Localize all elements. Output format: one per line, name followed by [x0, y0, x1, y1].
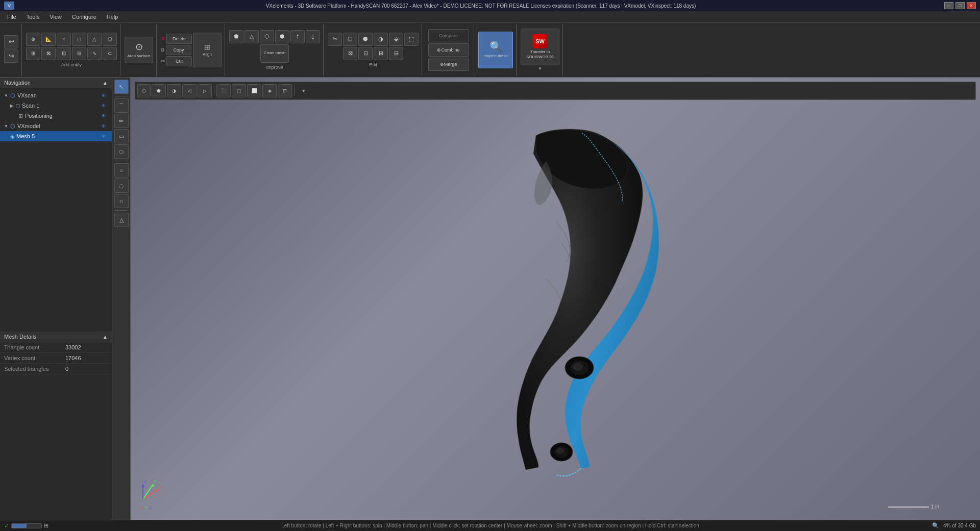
add-entity-btn8[interactable]: ⊠	[41, 47, 56, 60]
viewport[interactable]: ↖ ⌒ ✏ ▭ ⬭ ○ ◌ ∩ △ ⬡ ⬟ ◑ ◁ ▷ ⬛ ⬚ ⬜ ◈ ⊟	[112, 78, 980, 520]
axes-indicator: X Y Z X Y Z	[138, 474, 168, 504]
main-container: Navigation ▲ ▼ ⬡ VXscan 👁 ▶ ◻ Scan 1 👁	[0, 78, 980, 520]
edit-btn4[interactable]: ◑	[374, 33, 388, 46]
maximize-button[interactable]: □	[955, 2, 965, 9]
edit-btn10[interactable]: ⊟	[389, 47, 403, 60]
toolbar-group-improve: ⬟ △ ⬡ ⬢ ⭡ ⭣ Clean mesh Improve	[226, 23, 324, 76]
add-entity-btn7[interactable]: ⊞	[26, 47, 40, 60]
scale-bar: 1 in	[888, 504, 939, 510]
add-entity-btn5[interactable]: △	[87, 33, 102, 46]
improve-btn6[interactable]: ⭣	[306, 30, 320, 43]
rectangle-select-button[interactable]: ▭	[114, 129, 129, 143]
view-perspective-button[interactable]: ⬡	[137, 84, 151, 97]
menu-configure[interactable]: Configure	[67, 13, 102, 21]
edit-btn6[interactable]: ⬚	[404, 33, 419, 46]
select-tool-button[interactable]: ↖	[114, 80, 129, 94]
titlebar: V VXelements - 3D Software Platform - Ha…	[0, 0, 980, 11]
edit-btn9[interactable]: ⊞	[374, 47, 388, 60]
improve-btn3[interactable]: ⬡	[260, 30, 274, 43]
scan1-item[interactable]: ▶ ◻ Scan 1 👁	[0, 100, 112, 111]
add-entity-btn2[interactable]: 📐	[41, 33, 56, 46]
x-axis-label: X	[140, 505, 142, 510]
edit-btn3[interactable]: ⬢	[358, 33, 373, 46]
mesh-details-header[interactable]: Mesh Details ▲	[0, 332, 112, 342]
clean-mesh-button[interactable]: Clean mesh	[260, 44, 289, 63]
edit-btn1[interactable]: ✂	[328, 33, 342, 46]
mesh5-item[interactable]: ◈ Mesh 5 👁	[0, 131, 112, 141]
transfer-dropdown-arrow[interactable]: ▼	[538, 66, 542, 71]
copy-button[interactable]: Copy	[166, 45, 191, 55]
selection-mode-5-button[interactable]: ⊟	[278, 84, 292, 97]
menubar: File Tools View Configure Help	[0, 11, 980, 22]
improve-btn4[interactable]: ⬢	[275, 30, 289, 43]
add-entity-btn6[interactable]: ⬡	[103, 33, 117, 46]
viewport-toolbar-dropdown[interactable]: ▼	[297, 84, 311, 97]
edit-btn7[interactable]: ⊠	[343, 47, 357, 60]
menu-file[interactable]: File	[2, 13, 21, 21]
positioning-item[interactable]: ⊞ Positioning 👁	[0, 111, 112, 121]
triangle-tool-button[interactable]: △	[114, 213, 129, 227]
menu-tools[interactable]: Tools	[21, 13, 45, 21]
toolbar-group-inspect-mesh: 🔍 Inspect mesh	[475, 23, 517, 76]
view-mode-button[interactable]: ◑	[167, 84, 181, 97]
view-right-button[interactable]: ▷	[198, 84, 212, 97]
improve-btn2[interactable]: △	[244, 30, 259, 43]
add-entity-btn12[interactable]: ⊂	[103, 47, 117, 60]
lasso-tool-button[interactable]: ⌒	[114, 98, 129, 113]
merge-icon: ⊗	[440, 62, 444, 67]
compare-button[interactable]: Compare	[428, 29, 469, 42]
add-entity-btn4[interactable]: ◻	[72, 33, 86, 46]
circle-tool-button[interactable]: ○	[114, 163, 129, 178]
cut-icon: ✂	[161, 58, 165, 64]
view-style-button[interactable]: ⬟	[152, 84, 166, 97]
auto-surface-button[interactable]: ⊙ Auto surface	[125, 37, 153, 63]
transfer-solidworks-label: Transfer to SOLIDWORKS	[521, 49, 559, 60]
selection-mode-4-button[interactable]: ◈	[262, 84, 277, 97]
dimension-tool-button[interactable]: ◌	[114, 179, 129, 193]
edit-btn8[interactable]: ⊡	[358, 47, 373, 60]
selection-mode-2-button[interactable]: ⬚	[232, 84, 246, 97]
mesh5-label: Mesh 5	[16, 133, 35, 139]
inspect-mesh-button[interactable]: 🔍 Inspect mesh	[478, 32, 513, 68]
selection-mode-3-button[interactable]: ⬜	[247, 84, 261, 97]
menu-view[interactable]: View	[44, 13, 67, 21]
add-entity-btn11[interactable]: ∿	[87, 47, 102, 60]
improve-btn1[interactable]: ⬟	[229, 30, 243, 43]
improve-btn5[interactable]: ⭡	[290, 30, 305, 43]
add-entity-btn10[interactable]: ⊟	[72, 47, 86, 60]
brush-tool-button[interactable]: ✏	[114, 114, 129, 128]
menu-help[interactable]: Help	[102, 13, 124, 21]
undo-button[interactable]: ↩	[4, 35, 18, 48]
vxmodel-item[interactable]: ▼ ⬡ VXmodel 👁	[0, 121, 112, 131]
selection-mode-1-button[interactable]: ⬛	[216, 84, 231, 97]
align-button[interactable]: ⊞ Align	[193, 33, 222, 67]
titlebar-title: VXelements - 3D Software Platform - Hand…	[17, 3, 944, 9]
vxmodel-chevron: ▼	[4, 124, 8, 129]
titlebar-controls: ─ □ ✕	[944, 2, 976, 9]
add-entity-btn1[interactable]: ⊕	[26, 33, 40, 46]
vxscan-icon: ⬡	[10, 92, 15, 99]
redo-button[interactable]: ↪	[4, 49, 18, 63]
vxscan-item[interactable]: ▼ ⬡ VXscan 👁	[0, 90, 112, 100]
delete-button[interactable]: Delete	[166, 34, 192, 44]
y-axis-label: Y	[144, 505, 147, 510]
transfer-solidworks-button[interactable]: SW Transfer to SOLIDWORKS	[521, 29, 559, 65]
add-entity-btn9[interactable]: ⊡	[57, 47, 71, 60]
view-left-button[interactable]: ◁	[182, 84, 197, 97]
close-button[interactable]: ✕	[967, 2, 976, 9]
edit-btn5[interactable]: ⬙	[389, 33, 403, 46]
edit-btn2[interactable]: ⬡	[343, 33, 357, 46]
cut-button[interactable]: Cut	[166, 56, 192, 66]
vxscan-visibility-button[interactable]: 👁	[100, 92, 108, 99]
mesh5-visibility-button[interactable]: 👁	[100, 133, 108, 140]
positioning-visibility-button[interactable]: 👁	[100, 112, 108, 119]
add-entity-btn3[interactable]: ○	[57, 33, 71, 46]
scan1-visibility-button[interactable]: 👁	[100, 102, 108, 109]
oval-select-button[interactable]: ⬭	[114, 144, 129, 159]
minimize-button[interactable]: ─	[944, 2, 953, 9]
combine-button[interactable]: ⊕ Combine	[428, 43, 469, 57]
navigation-header[interactable]: Navigation ▲	[0, 78, 112, 88]
curve-tool-button[interactable]: ∩	[114, 194, 129, 208]
merge-button[interactable]: ⊗ Merge	[428, 58, 469, 71]
vxmodel-visibility-button[interactable]: 👁	[100, 122, 108, 130]
